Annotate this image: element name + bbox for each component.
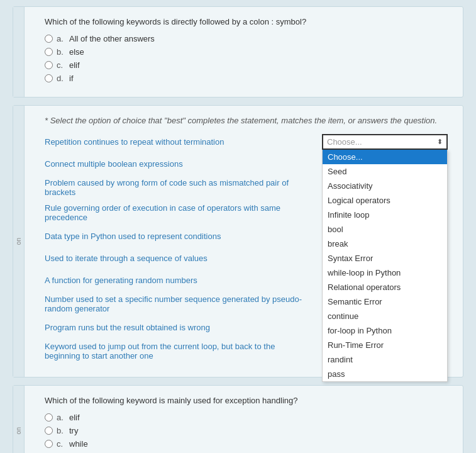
q3-radio-0[interactable] (45, 413, 53, 422)
matching-left-7: Number used to set a specific number seq… (45, 294, 322, 313)
dropdown-item-0-3[interactable]: Logical operators (323, 193, 447, 208)
q1-radio-3[interactable] (45, 74, 53, 82)
dropdown-item-0-0[interactable]: Choose... (323, 150, 447, 164)
dropdown-wrapper-0: Choose...⬍Choose...SeedAssociativityLogi… (322, 134, 448, 150)
matching-row-0: Repetition continues to repeat without t… (45, 134, 450, 150)
q1-option-value-3: if (69, 74, 74, 83)
question-3-options: a.elifb.tryc.whiled.if (45, 413, 450, 453)
q3-radio-2[interactable] (45, 440, 53, 448)
dropdown-item-0-5[interactable]: bool (323, 222, 447, 237)
dropdown-item-0-1[interactable]: Seed (323, 164, 447, 179)
q1-option-row-2: c.elif (45, 60, 450, 70)
q1-option-row-0: a.All of the other answers (45, 34, 450, 43)
question-3-text: Which of the following keyword is mainly… (45, 396, 450, 405)
q1-option-label-3: d. (57, 74, 65, 83)
question-3-block: on Which of the following keyword is mai… (13, 385, 463, 453)
matching-left-9: Keyword used to jump out from the curren… (45, 342, 322, 361)
dropdown-item-0-8[interactable]: while-loop in Python (323, 266, 447, 280)
matching-left-2: Problem caused by wrong form of code suc… (45, 178, 322, 197)
dropdown-arrow-0: ⬍ (437, 138, 443, 146)
q3-option-label-0: a. (57, 413, 65, 422)
question-1-options: a.All of the other answersb.elsec.elifd.… (45, 34, 450, 83)
q2-left-bar-text: on (15, 238, 22, 245)
matching-left-5: Used to iterate through a sequence of va… (45, 254, 322, 263)
q1-option-label-0: a. (57, 34, 65, 43)
q3-radio-1[interactable] (45, 427, 53, 435)
matching-instruction: * Select the option of choice that "best… (45, 116, 450, 125)
q3-option-label-2: c. (57, 439, 65, 449)
q1-option-row-1: b.else (45, 47, 450, 57)
question-1-text: Which of the following keywords is direc… (45, 17, 450, 26)
question-2-block: on * Select the option of choice that "b… (13, 105, 463, 378)
q1-radio-2[interactable] (45, 61, 53, 69)
q3-option-value-1: try (69, 426, 78, 435)
q1-option-value-2: elif (69, 60, 80, 70)
q3-left-bar-text: on (15, 427, 22, 434)
q3-option-row-2: c.while (45, 439, 450, 449)
dropdown-item-0-4[interactable]: Infinite loop (323, 208, 447, 222)
q1-option-value-1: else (69, 47, 84, 57)
q3-option-row-1: b.try (45, 426, 450, 435)
matching-left-6: A function for generating random numbers (45, 276, 322, 285)
matching-left-0: Repetition continues to repeat without t… (45, 137, 322, 147)
q1-radio-1[interactable] (45, 48, 53, 56)
matching-left-4: Data type in Python used to represent co… (45, 232, 322, 241)
dropdown-item-0-13[interactable]: Run-Time Error (323, 338, 447, 352)
dropdown-list-0: Choose...SeedAssociativityLogical operat… (322, 150, 448, 382)
dropdown-trigger-0[interactable]: Choose...⬍ (322, 134, 448, 150)
matching-left-3: Rule governing order of execution in cas… (45, 203, 322, 222)
q3-option-row-0: a.elif (45, 413, 450, 422)
dropdown-trigger-text-0: Choose... (327, 137, 362, 147)
q1-option-row-3: d.if (45, 74, 450, 83)
dropdown-item-0-14[interactable]: randint (323, 352, 447, 367)
dropdown-item-0-15[interactable]: pass (323, 367, 447, 381)
dropdown-item-0-7[interactable]: Syntax Error (323, 251, 447, 266)
q2-left-bar: on (13, 106, 25, 377)
question-1-block: Which of the following keywords is direc… (13, 6, 463, 98)
q1-option-label-1: b. (57, 47, 65, 57)
q3-left-bar: on (13, 386, 25, 453)
q3-option-value-0: elif (69, 413, 80, 422)
dropdown-item-0-9[interactable]: Relational operators (323, 280, 447, 294)
matching-rows-container: Repetition continues to repeat without t… (45, 134, 450, 361)
q1-option-label-2: c. (57, 60, 65, 70)
dropdown-item-0-12[interactable]: for-loop in Python (323, 323, 447, 338)
dropdown-item-0-6[interactable]: break (323, 237, 447, 251)
q1-radio-0[interactable] (45, 35, 53, 43)
q1-left-bar (13, 7, 25, 97)
q3-option-value-2: while (69, 439, 88, 449)
dropdown-item-0-10[interactable]: Semantic Error (323, 294, 447, 309)
matching-left-1: Connect multiple boolean expressions (45, 159, 322, 169)
q1-option-value-0: All of the other answers (69, 34, 155, 43)
matching-left-8: Program runs but the result obtained is … (45, 323, 322, 332)
dropdown-item-0-11[interactable]: continue (323, 309, 447, 323)
q3-option-label-1: b. (57, 426, 65, 435)
dropdown-item-0-2[interactable]: Associativity (323, 179, 447, 193)
